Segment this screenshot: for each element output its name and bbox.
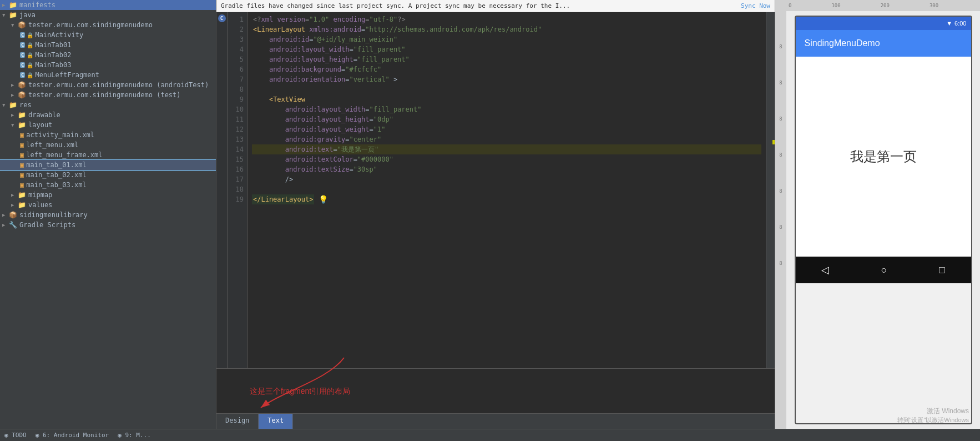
code-line-7: android:orientation="vertical" > — [252, 74, 761, 84]
sidebar-item-maintab03[interactable]: C 🔒 MainTab03 — [0, 60, 216, 70]
phone-preview-container: ▼ 6:00 SindingMenuDemo 我是第一页 ◁ — [786, 11, 980, 429]
code-line-15: android:textColor="#000000" — [252, 154, 761, 164]
sidebar-item-sidingmenulibrary[interactable]: 📦 sidingmenulibrary — [0, 210, 216, 220]
sidebar-label: Gradle Scripts — [19, 221, 75, 229]
side-ruler: 8 8 8 8 8 8 8 — [775, 11, 786, 429]
project-sidebar[interactable]: 📁 manifests 📁 java 📦 tester.ermu.com.sin… — [0, 0, 216, 429]
bottom-item-monitor[interactable]: ◉ 6: Android Monitor — [36, 432, 109, 439]
folder-icon: 📁 — [9, 1, 17, 9]
sidebar-label: left_menu.xml — [26, 141, 78, 149]
sidebar-label: tester.ermu.com.sindingmenudemo (test) — [28, 91, 181, 99]
tab-text[interactable]: Text — [259, 414, 293, 429]
code-line-16: android:textSize="30sp" — [252, 164, 761, 174]
editor-tabs: Design Text — [216, 413, 775, 429]
home-button[interactable]: ○ — [881, 264, 887, 276]
sidebar-item-drawable[interactable]: 📁 drawable — [0, 110, 216, 120]
tab-design-label: Design — [225, 417, 249, 424]
lock-icon: 🔒 — [27, 42, 33, 48]
sidebar-label: manifests — [19, 1, 55, 9]
sidebar-item-manifests[interactable]: 📁 manifests — [0, 0, 216, 10]
sidebar-item-java[interactable]: 📁 java — [0, 10, 216, 20]
tab-text-label: Text — [267, 417, 284, 424]
xml-icon: ▣ — [20, 181, 24, 189]
sidebar-label: java — [19, 11, 36, 19]
sidebar-item-menuleftfragment[interactable]: C 🔒 MenuLeftFragment — [0, 70, 216, 80]
folder-icon: 📁 — [18, 201, 26, 209]
class-badge: C — [20, 32, 25, 38]
sidebar-item-layout[interactable]: 📁 layout — [0, 120, 216, 130]
back-button[interactable]: ◁ — [821, 264, 829, 276]
ruler-side-500: 8 — [779, 188, 782, 194]
bulb-icon[interactable]: 💡 — [319, 194, 328, 204]
ruler-side-300: 8 — [779, 116, 782, 122]
code-editor[interactable]: <?xml version="1.0" encoding="utf-8"?> <… — [247, 12, 766, 368]
lock-icon: 🔒 — [27, 32, 33, 38]
code-line-12: android:layout_weight="1" — [252, 124, 761, 134]
sidebar-item-maintab01[interactable]: C 🔒 MainTab01 — [0, 40, 216, 50]
phone-content-text: 我是第一页 — [850, 148, 917, 166]
sidebar-label: activity_main.xml — [26, 131, 94, 139]
notification-message: Gradle files have changed since last pro… — [221, 2, 570, 9]
recents-button[interactable]: □ — [939, 264, 945, 276]
bottom-item-terminal[interactable]: ◉ 9: M... — [118, 432, 151, 439]
ruler-side-100: 8 — [779, 44, 782, 49]
xml-icon: ▣ — [20, 151, 24, 159]
sidebar-label: MainTab02 — [35, 51, 71, 59]
activate-settings-text: 转到"设置"以激活Windows — [897, 416, 969, 424]
lock-icon: 🔒 — [27, 72, 33, 78]
sidebar-item-res[interactable]: 📁 res — [0, 100, 216, 110]
chevron-icon — [2, 12, 9, 18]
chevron-icon — [11, 192, 18, 198]
lock-icon: 🔒 — [27, 52, 33, 58]
sidebar-label: main_tab_01.xml — [26, 161, 86, 169]
chevron-icon — [11, 202, 18, 208]
folder-icon: 📁 — [18, 191, 26, 199]
sidebar-label: res — [19, 101, 32, 109]
sidebar-item-pkg-main[interactable]: 📦 tester.ermu.com.sindingmenudemo — [0, 20, 216, 30]
sidebar-item-main-tab-03-xml[interactable]: ▣ main_tab_03.xml — [0, 180, 216, 190]
folder-icon: 📁 — [9, 101, 17, 109]
phone-content: 我是第一页 — [796, 57, 971, 257]
sidebar-item-mipmap[interactable]: 📁 mipmap — [0, 190, 216, 200]
c-marker: C — [218, 14, 226, 22]
app-title: SindingMenuDemo — [805, 38, 880, 48]
sidebar-item-maintab02[interactable]: C 🔒 MainTab02 — [0, 50, 216, 60]
sidebar-label: drawable — [28, 111, 60, 119]
sidebar-item-values[interactable]: 📁 values — [0, 200, 216, 210]
phone-toolbar: SindingMenuDemo — [796, 30, 971, 57]
bottom-item-todo[interactable]: ◉ TODO — [4, 432, 27, 439]
xml-icon: ▣ — [20, 171, 24, 179]
sidebar-item-left-menu-frame-xml[interactable]: ▣ left_menu_frame.xml — [0, 150, 216, 160]
sidebar-item-main-tab-01-xml[interactable]: ▣ main_tab_01.xml — [0, 160, 216, 170]
ruler-side-400: 8 — [779, 152, 782, 158]
sidebar-item-pkg-test[interactable]: 📦 tester.ermu.com.sindingmenudemo (test) — [0, 90, 216, 100]
code-line-2: <LinearLayout xmlns:android="http://sche… — [252, 24, 761, 34]
code-line-1: <?xml version="1.0" encoding="utf-8"?> — [252, 14, 761, 24]
ruler-side-600: 8 — [779, 224, 782, 230]
class-badge: C — [20, 52, 25, 58]
preview-panel: 0 100 200 300 8 8 8 8 8 8 8 — [775, 0, 980, 429]
folder-icon: 📁 — [18, 111, 26, 119]
sidebar-item-mainactivity[interactable]: C 🔒 MainActivity — [0, 30, 216, 40]
code-line-8 — [252, 84, 761, 94]
notification-bar: Gradle files have changed since last pro… — [216, 0, 775, 12]
sidebar-label: MainTab01 — [35, 41, 71, 49]
sidebar-item-activity-main-xml[interactable]: ▣ activity_main.xml — [0, 130, 216, 140]
code-line-18 — [252, 184, 761, 194]
code-line-5: android:layout_height="fill_parent" — [252, 54, 761, 64]
windows-activation: 激活 Windows 转到"设置"以激活Windows — [897, 407, 969, 424]
sidebar-label: left_menu_frame.xml — [26, 151, 102, 159]
sidebar-item-main-tab-02-xml[interactable]: ▣ main_tab_02.xml — [0, 170, 216, 180]
sidebar-item-left-menu-xml[interactable]: ▣ left_menu.xml — [0, 140, 216, 150]
code-line-19: </LinearLayout> — [252, 194, 314, 204]
xml-icon: ▣ — [20, 141, 24, 149]
tab-design[interactable]: Design — [216, 414, 259, 429]
code-line-9: <TextView — [252, 94, 761, 104]
sidebar-label: MainActivity — [35, 31, 83, 39]
sidebar-item-gradle-scripts[interactable]: 🔧 Gradle Scripts — [0, 220, 216, 230]
xml-icon: ▣ — [20, 161, 24, 169]
lock-icon: 🔒 — [27, 62, 33, 68]
sidebar-label: mipmap — [28, 191, 52, 199]
sidebar-item-pkg-androidtest[interactable]: 📦 tester.ermu.com.sindingmenudemo (andro… — [0, 80, 216, 90]
sync-now-button[interactable]: Sync Now — [741, 2, 770, 9]
